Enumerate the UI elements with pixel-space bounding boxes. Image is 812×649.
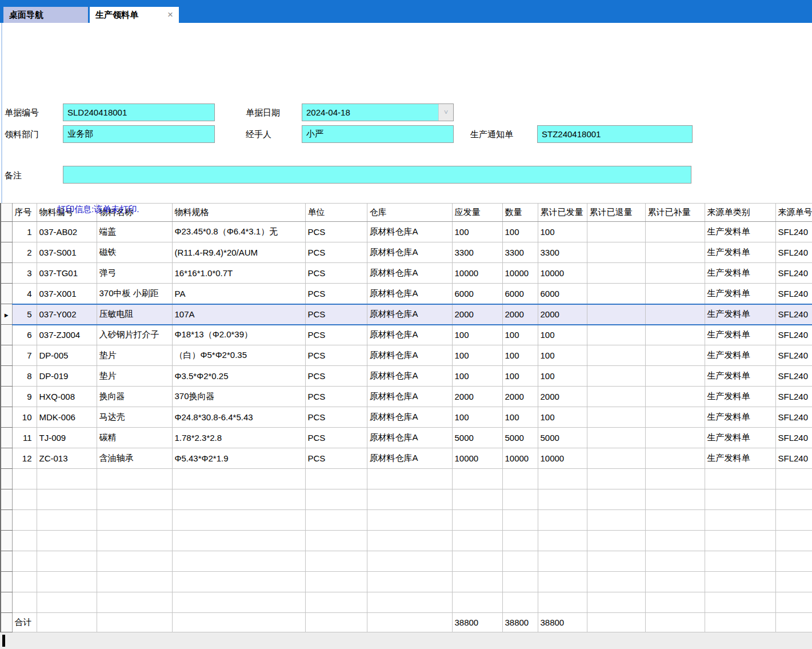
empty-cell[interactable] — [538, 510, 587, 531]
dept-input[interactable]: 业务部 — [63, 125, 215, 143]
cell-unit[interactable]: PCS — [305, 325, 367, 345]
cell-unit[interactable]: PCS — [305, 304, 367, 325]
cell-returned[interactable] — [587, 345, 645, 366]
cell-warehouse[interactable]: 原材料仓库A — [367, 304, 452, 325]
cell-returned[interactable] — [587, 428, 645, 448]
empty-cell[interactable] — [705, 469, 775, 489]
cell-returned[interactable] — [587, 284, 645, 304]
cell-code[interactable]: MDK-006 — [37, 407, 97, 428]
empty-cell[interactable] — [645, 592, 705, 613]
cell-source_type[interactable]: 生产发料单 — [705, 263, 775, 284]
cell-name[interactable]: 压敏电阻 — [97, 304, 172, 325]
cell-returned[interactable] — [587, 304, 645, 325]
cell-source_type[interactable]: 生产发料单 — [705, 345, 775, 366]
cell-issued[interactable]: 3300 — [538, 242, 587, 263]
doc-no-input[interactable]: SLD240418001 — [63, 103, 215, 121]
cell-replenished[interactable] — [645, 387, 705, 407]
empty-cell[interactable] — [305, 551, 367, 572]
cell-unit[interactable]: PCS — [305, 407, 367, 428]
cell-source_no[interactable]: SFL240 — [775, 325, 812, 345]
cell-returned[interactable] — [587, 407, 645, 428]
empty-cell[interactable] — [367, 551, 452, 572]
empty-cell[interactable] — [538, 572, 587, 592]
cell-unit[interactable]: PCS — [305, 263, 367, 284]
empty-cell[interactable] — [367, 489, 452, 510]
row-selector-cell[interactable] — [1, 572, 12, 592]
cell-name[interactable]: 换向器 — [97, 387, 172, 407]
cell-code[interactable]: 037-Y002 — [37, 304, 97, 325]
empty-cell[interactable] — [12, 572, 37, 592]
empty-cell[interactable] — [645, 510, 705, 531]
cell-due_qty[interactable]: 10000 — [452, 448, 502, 469]
empty-cell[interactable] — [502, 469, 538, 489]
empty-cell[interactable] — [305, 469, 367, 489]
cell-source_no[interactable]: SFL240 — [775, 263, 812, 284]
cell-qty[interactable]: 6000 — [502, 284, 538, 304]
cell-name[interactable]: 垫片 — [97, 345, 172, 366]
cell-spec[interactable]: Φ3.5*Φ2*0.25 — [172, 366, 305, 387]
cell-qty[interactable]: 3300 — [502, 242, 538, 263]
column-header-issued[interactable]: 累计已发量 — [538, 204, 587, 222]
row-selector-cell[interactable] — [1, 428, 12, 448]
cell-returned[interactable] — [587, 387, 645, 407]
empty-cell[interactable] — [305, 572, 367, 592]
row-selector-cell[interactable] — [1, 387, 12, 407]
empty-cell[interactable] — [367, 592, 452, 613]
empty-cell[interactable] — [775, 489, 812, 510]
cell-replenished[interactable] — [645, 345, 705, 366]
cell-issued[interactable]: 100 — [538, 345, 587, 366]
cell-code[interactable]: 037-X001 — [37, 284, 97, 304]
empty-cell[interactable] — [645, 551, 705, 572]
empty-cell[interactable] — [12, 551, 37, 572]
row-selector-cell[interactable] — [1, 366, 12, 387]
empty-cell[interactable] — [37, 551, 97, 572]
cell-no[interactable]: 4 — [12, 284, 37, 304]
empty-cell[interactable] — [502, 592, 538, 613]
column-header-qty[interactable]: 数量 — [502, 204, 538, 222]
cell-source_no[interactable]: SFL240 — [775, 242, 812, 263]
cell-due_qty[interactable]: 100 — [452, 407, 502, 428]
empty-cell[interactable] — [775, 531, 812, 551]
cell-no[interactable]: 8 — [12, 366, 37, 387]
cell-qty[interactable]: 100 — [502, 222, 538, 242]
row-selector-cell[interactable] — [1, 510, 12, 531]
row-selector-cell[interactable] — [1, 407, 12, 428]
empty-cell[interactable] — [502, 551, 538, 572]
cell-due_qty[interactable]: 100 — [452, 222, 502, 242]
notice-no-input[interactable]: STZ240418001 — [537, 125, 693, 143]
column-header-no[interactable]: 序号 — [12, 204, 37, 222]
cell-no[interactable]: 3 — [12, 263, 37, 284]
cell-code[interactable]: HXQ-008 — [37, 387, 97, 407]
cell-spec[interactable]: Φ24.8*30.8-6.4*5.43 — [172, 407, 305, 428]
empty-cell[interactable] — [97, 572, 172, 592]
cell-due_qty[interactable]: 100 — [452, 366, 502, 387]
empty-cell[interactable] — [452, 489, 502, 510]
empty-cell[interactable] — [645, 489, 705, 510]
cell-replenished[interactable] — [645, 407, 705, 428]
empty-cell[interactable] — [12, 531, 37, 551]
cell-due_qty[interactable]: 2000 — [452, 304, 502, 325]
cell-warehouse[interactable]: 原材料仓库A — [367, 345, 452, 366]
empty-cell[interactable] — [172, 551, 305, 572]
cell-no[interactable]: 12 — [12, 448, 37, 469]
row-selector-cell[interactable] — [1, 551, 12, 572]
cell-returned[interactable] — [587, 263, 645, 284]
cell-source_type[interactable]: 生产发料单 — [705, 387, 775, 407]
cell-source_no[interactable]: SFL240 — [775, 222, 812, 242]
cell-name[interactable]: 马达壳 — [97, 407, 172, 428]
cell-unit[interactable]: PCS — [305, 242, 367, 263]
cell-spec[interactable]: 1.78*2.3*2.8 — [172, 428, 305, 448]
empty-cell[interactable] — [587, 489, 645, 510]
empty-cell[interactable] — [97, 551, 172, 572]
cell-warehouse[interactable]: 原材料仓库A — [367, 242, 452, 263]
empty-cell[interactable] — [705, 489, 775, 510]
cell-source_type[interactable]: 生产发料单 — [705, 284, 775, 304]
cell-spec[interactable]: 107A — [172, 304, 305, 325]
cell-source_type[interactable]: 生产发料单 — [705, 366, 775, 387]
column-header-replenished[interactable]: 累计已补量 — [645, 204, 705, 222]
empty-cell[interactable] — [775, 469, 812, 489]
cell-qty[interactable]: 100 — [502, 345, 538, 366]
close-icon[interactable]: × — [162, 9, 173, 21]
cell-replenished[interactable] — [645, 263, 705, 284]
empty-cell[interactable] — [587, 551, 645, 572]
